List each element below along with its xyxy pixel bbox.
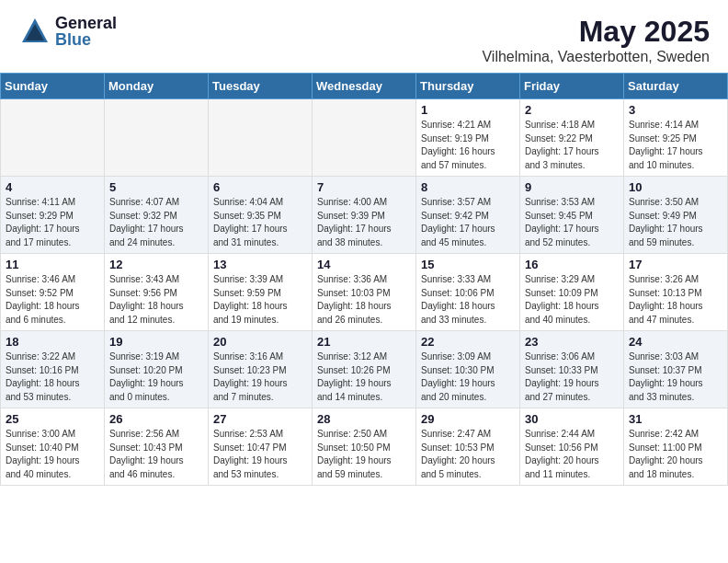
day-info: Sunrise: 3:16 AM Sunset: 10:23 PM Daylig… xyxy=(213,350,307,404)
calendar-cell: 10Sunrise: 3:50 AM Sunset: 9:49 PM Dayli… xyxy=(624,177,728,254)
day-info: Sunrise: 4:07 AM Sunset: 9:32 PM Dayligh… xyxy=(109,196,203,249)
calendar-cell: 4Sunrise: 4:11 AM Sunset: 9:29 PM Daylig… xyxy=(1,177,105,254)
day-number: 22 xyxy=(421,335,515,349)
calendar-cell: 14Sunrise: 3:36 AM Sunset: 10:03 PM Dayl… xyxy=(313,254,416,331)
day-number: 27 xyxy=(213,412,307,426)
calendar-cell xyxy=(313,99,416,177)
weekday-header-monday: Monday xyxy=(105,74,209,99)
weekday-header-row: SundayMondayTuesdayWednesdayThursdayFrid… xyxy=(1,74,728,99)
calendar-cell: 8Sunrise: 3:57 AM Sunset: 9:42 PM Daylig… xyxy=(416,177,520,254)
day-info: Sunrise: 3:57 AM Sunset: 9:42 PM Dayligh… xyxy=(421,196,515,249)
logo-blue-text: Blue xyxy=(55,31,117,48)
calendar-cell: 25Sunrise: 3:00 AM Sunset: 10:40 PM Dayl… xyxy=(1,408,105,486)
day-number: 21 xyxy=(317,335,411,349)
calendar-cell xyxy=(105,99,209,177)
day-info: Sunrise: 3:29 AM Sunset: 10:09 PM Daylig… xyxy=(525,273,619,327)
calendar-cell: 12Sunrise: 3:43 AM Sunset: 9:56 PM Dayli… xyxy=(105,254,209,331)
weekday-header-wednesday: Wednesday xyxy=(313,74,416,99)
calendar-week-3: 11Sunrise: 3:46 AM Sunset: 9:52 PM Dayli… xyxy=(1,254,728,331)
day-info: Sunrise: 3:33 AM Sunset: 10:06 PM Daylig… xyxy=(421,273,515,327)
calendar-cell: 30Sunrise: 2:44 AM Sunset: 10:56 PM Dayl… xyxy=(520,408,624,486)
calendar-cell xyxy=(209,99,313,177)
day-info: Sunrise: 2:44 AM Sunset: 10:56 PM Daylig… xyxy=(525,428,619,481)
day-number: 13 xyxy=(213,258,307,271)
calendar-cell: 2Sunrise: 4:18 AM Sunset: 9:22 PM Daylig… xyxy=(520,99,624,177)
day-info: Sunrise: 3:03 AM Sunset: 10:37 PM Daylig… xyxy=(629,350,722,404)
day-number: 11 xyxy=(6,258,99,271)
calendar-cell: 21Sunrise: 3:12 AM Sunset: 10:26 PM Dayl… xyxy=(313,331,416,408)
day-info: Sunrise: 3:53 AM Sunset: 9:45 PM Dayligh… xyxy=(525,196,619,249)
day-info: Sunrise: 3:46 AM Sunset: 9:52 PM Dayligh… xyxy=(6,273,99,327)
day-number: 18 xyxy=(6,335,99,349)
day-info: Sunrise: 4:21 AM Sunset: 9:19 PM Dayligh… xyxy=(421,119,515,172)
weekday-header-sunday: Sunday xyxy=(1,74,105,99)
month-year: May 2025 xyxy=(482,15,710,49)
day-info: Sunrise: 2:56 AM Sunset: 10:43 PM Daylig… xyxy=(109,428,203,481)
calendar-week-4: 18Sunrise: 3:22 AM Sunset: 10:16 PM Dayl… xyxy=(1,331,728,408)
calendar-cell: 16Sunrise: 3:29 AM Sunset: 10:09 PM Dayl… xyxy=(520,254,624,331)
weekday-header-friday: Friday xyxy=(520,74,624,99)
calendar-cell: 6Sunrise: 4:04 AM Sunset: 9:35 PM Daylig… xyxy=(209,177,313,254)
day-number: 26 xyxy=(109,412,203,426)
logo-general-text: General xyxy=(55,15,117,31)
calendar-cell: 24Sunrise: 3:03 AM Sunset: 10:37 PM Dayl… xyxy=(624,331,728,408)
day-number: 6 xyxy=(213,180,307,194)
day-number: 30 xyxy=(525,412,619,426)
logo: General Blue xyxy=(18,15,117,48)
day-info: Sunrise: 3:36 AM Sunset: 10:03 PM Daylig… xyxy=(317,273,411,327)
day-info: Sunrise: 3:12 AM Sunset: 10:26 PM Daylig… xyxy=(317,350,411,404)
day-number: 24 xyxy=(629,335,722,349)
calendar-cell: 28Sunrise: 2:50 AM Sunset: 10:50 PM Dayl… xyxy=(313,408,416,486)
day-number: 28 xyxy=(317,412,411,426)
day-number: 25 xyxy=(6,412,99,426)
day-number: 16 xyxy=(525,258,619,271)
day-info: Sunrise: 4:14 AM Sunset: 9:25 PM Dayligh… xyxy=(629,119,722,172)
calendar-cell xyxy=(1,99,105,177)
calendar-cell: 18Sunrise: 3:22 AM Sunset: 10:16 PM Dayl… xyxy=(1,331,105,408)
weekday-header-thursday: Thursday xyxy=(416,74,520,99)
weekday-header-tuesday: Tuesday xyxy=(209,74,313,99)
day-number: 2 xyxy=(525,103,619,117)
day-info: Sunrise: 3:00 AM Sunset: 10:40 PM Daylig… xyxy=(6,428,99,481)
day-info: Sunrise: 2:53 AM Sunset: 10:47 PM Daylig… xyxy=(213,428,307,481)
calendar-cell: 17Sunrise: 3:26 AM Sunset: 10:13 PM Dayl… xyxy=(624,254,728,331)
calendar-cell: 26Sunrise: 2:56 AM Sunset: 10:43 PM Dayl… xyxy=(105,408,209,486)
day-number: 17 xyxy=(629,258,722,271)
day-info: Sunrise: 3:39 AM Sunset: 9:59 PM Dayligh… xyxy=(213,273,307,327)
calendar-cell: 1Sunrise: 4:21 AM Sunset: 9:19 PM Daylig… xyxy=(416,99,520,177)
day-number: 10 xyxy=(629,180,722,194)
day-number: 12 xyxy=(109,258,203,271)
day-number: 19 xyxy=(109,335,203,349)
day-info: Sunrise: 4:11 AM Sunset: 9:29 PM Dayligh… xyxy=(6,196,99,249)
day-info: Sunrise: 3:09 AM Sunset: 10:30 PM Daylig… xyxy=(421,350,515,404)
day-number: 8 xyxy=(421,180,515,194)
calendar-cell: 27Sunrise: 2:53 AM Sunset: 10:47 PM Dayl… xyxy=(209,408,313,486)
day-number: 3 xyxy=(629,103,722,117)
day-info: Sunrise: 2:50 AM Sunset: 10:50 PM Daylig… xyxy=(317,428,411,481)
calendar-cell: 20Sunrise: 3:16 AM Sunset: 10:23 PM Dayl… xyxy=(209,331,313,408)
calendar-table: SundayMondayTuesdayWednesdayThursdayFrid… xyxy=(0,73,728,486)
calendar-cell: 11Sunrise: 3:46 AM Sunset: 9:52 PM Dayli… xyxy=(1,254,105,331)
day-info: Sunrise: 3:50 AM Sunset: 9:49 PM Dayligh… xyxy=(629,196,722,249)
calendar-week-1: 1Sunrise: 4:21 AM Sunset: 9:19 PM Daylig… xyxy=(1,99,728,177)
day-info: Sunrise: 4:04 AM Sunset: 9:35 PM Dayligh… xyxy=(213,196,307,249)
day-info: Sunrise: 4:00 AM Sunset: 9:39 PM Dayligh… xyxy=(317,196,411,249)
day-number: 31 xyxy=(629,412,722,426)
calendar-cell: 9Sunrise: 3:53 AM Sunset: 9:45 PM Daylig… xyxy=(520,177,624,254)
day-number: 23 xyxy=(525,335,619,349)
calendar-cell: 15Sunrise: 3:33 AM Sunset: 10:06 PM Dayl… xyxy=(416,254,520,331)
calendar-cell: 22Sunrise: 3:09 AM Sunset: 10:30 PM Dayl… xyxy=(416,331,520,408)
day-number: 29 xyxy=(421,412,515,426)
calendar-cell: 7Sunrise: 4:00 AM Sunset: 9:39 PM Daylig… xyxy=(313,177,416,254)
day-number: 9 xyxy=(525,180,619,194)
logo-icon xyxy=(18,15,51,48)
day-number: 20 xyxy=(213,335,307,349)
header: General Blue May 2025 Vilhelmina, Vaeste… xyxy=(0,0,728,73)
day-info: Sunrise: 3:22 AM Sunset: 10:16 PM Daylig… xyxy=(6,350,99,404)
calendar-cell: 5Sunrise: 4:07 AM Sunset: 9:32 PM Daylig… xyxy=(105,177,209,254)
day-info: Sunrise: 2:42 AM Sunset: 11:00 PM Daylig… xyxy=(629,428,722,481)
calendar-cell: 29Sunrise: 2:47 AM Sunset: 10:53 PM Dayl… xyxy=(416,408,520,486)
calendar-cell: 23Sunrise: 3:06 AM Sunset: 10:33 PM Dayl… xyxy=(520,331,624,408)
day-number: 1 xyxy=(421,103,515,117)
day-info: Sunrise: 2:47 AM Sunset: 10:53 PM Daylig… xyxy=(421,428,515,481)
